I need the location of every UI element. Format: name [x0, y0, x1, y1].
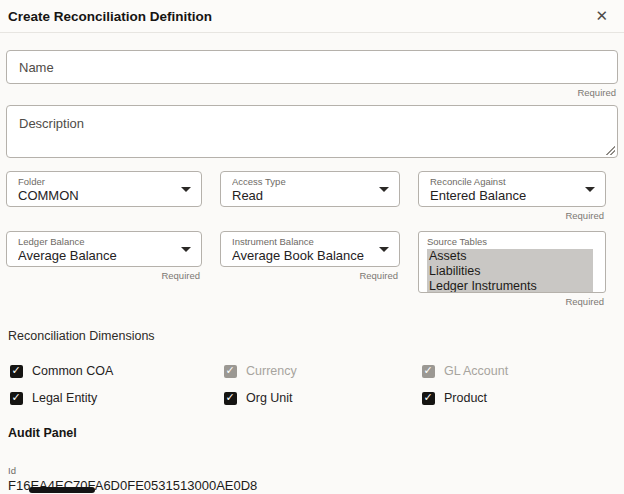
checkbox-legal-entity[interactable]: Legal Entity [6, 391, 202, 405]
access-type-select[interactable]: Access Type Read [220, 171, 400, 207]
access-type-label: Access Type [232, 176, 286, 188]
folder-select[interactable]: Folder COMMON [6, 171, 202, 207]
reconcile-against-value: Entered Balance [430, 188, 526, 203]
description-input[interactable]: Description [6, 105, 618, 158]
checkbox-checked-icon [10, 392, 23, 405]
source-tables-listbox[interactable]: Source Tables Assets Liabilities Ledger … [418, 231, 606, 293]
name-required-text: Required [6, 87, 618, 99]
instrument-balance-label: Instrument Balance [232, 236, 364, 248]
chevron-down-icon [379, 187, 389, 192]
reconcile-against-select[interactable]: Reconcile Against Entered Balance [418, 171, 606, 207]
access-type-value: Read [232, 188, 286, 203]
checkbox-checked-icon [10, 365, 23, 378]
chevron-down-icon [379, 247, 389, 252]
checkbox-checked-disabled-icon [224, 365, 237, 378]
folder-label: Folder [18, 176, 79, 188]
checkbox-currency: Currency [220, 364, 400, 378]
checkbox-org-unit[interactable]: Org Unit [220, 391, 400, 405]
checkbox-checked-disabled-icon [422, 365, 435, 378]
source-table-option-ledger-instruments[interactable]: Ledger Instruments [427, 279, 593, 293]
checkbox-product[interactable]: Product [418, 391, 606, 405]
instrument-balance-select[interactable]: Instrument Balance Average Book Balance [220, 231, 400, 267]
checkbox-common-coa[interactable]: Common COA [6, 364, 202, 378]
instrument-balance-value: Average Book Balance [232, 248, 364, 263]
audit-id-value: F16EA4EC70FA6D0FE0531513000AE0D8 [8, 478, 618, 493]
chevron-down-icon [181, 247, 191, 252]
name-input[interactable]: Name [6, 50, 618, 84]
checkbox-checked-icon [422, 392, 435, 405]
close-icon[interactable]: ✕ [591, 7, 612, 26]
checkbox-checked-icon [224, 392, 237, 405]
horizontal-scrollbar-thumb[interactable] [29, 487, 95, 493]
ledger-balance-required-text: Required [6, 270, 202, 282]
source-table-option-liabilities[interactable]: Liabilities [427, 264, 593, 279]
ledger-balance-value: Average Balance [18, 248, 117, 263]
source-tables-label: Source Tables [427, 235, 602, 248]
audit-id-label: Id [8, 465, 618, 477]
reconciliation-dimensions-heading: Reconciliation Dimensions [8, 329, 618, 343]
chevron-down-icon [181, 187, 191, 192]
dialog-title: Create Reconciliation Definition [8, 9, 212, 24]
audit-panel-heading: Audit Panel [8, 426, 618, 440]
source-table-option-assets[interactable]: Assets [427, 249, 593, 264]
description-input-label: Description [19, 116, 84, 131]
source-tables-required-text: Required [418, 296, 606, 308]
chevron-down-icon [585, 187, 595, 192]
name-input-label: Name [19, 60, 54, 75]
dialog-body: Name Required Description Folder COMMON … [0, 50, 624, 493]
checkbox-gl-account: GL Account [418, 364, 606, 378]
resize-handle-icon[interactable] [606, 146, 615, 155]
reconcile-against-required-text: Required [418, 210, 606, 222]
dialog-header: Create Reconciliation Definition ✕ [0, 0, 624, 33]
ledger-balance-label: Ledger Balance [18, 236, 117, 248]
reconcile-against-label: Reconcile Against [430, 176, 526, 188]
instrument-balance-required-text: Required [220, 270, 400, 282]
folder-value: COMMON [18, 188, 79, 203]
ledger-balance-select[interactable]: Ledger Balance Average Balance [6, 231, 202, 267]
